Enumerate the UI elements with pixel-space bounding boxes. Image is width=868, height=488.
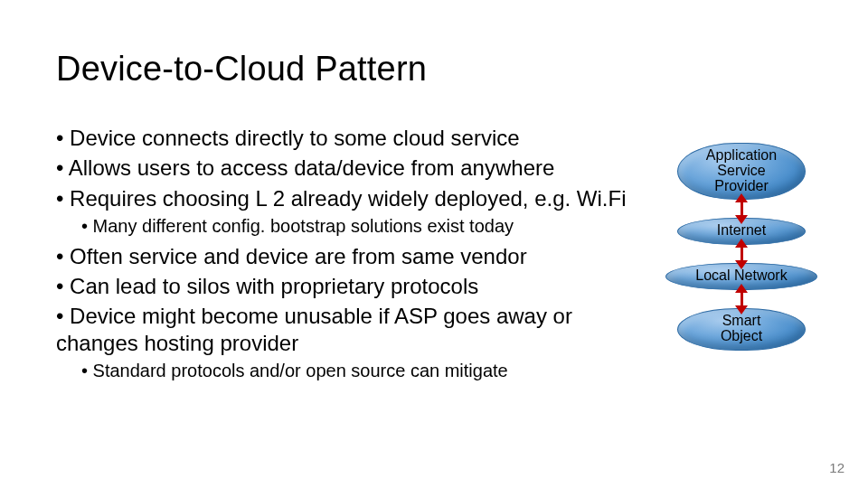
bullet-2: • Allows users to access data/device fro… — [56, 155, 653, 181]
node-smart-object-line1: Smart — [685, 314, 797, 329]
bullet-3-text: Requires choosing L 2 already widely dep… — [70, 186, 626, 211]
bullet-1-text: Device connects directly to some cloud s… — [70, 126, 520, 150]
node-asp-line2: Service — [685, 164, 797, 179]
double-arrow-icon — [732, 285, 750, 314]
architecture-diagram: Application Service Provider Internet Lo… — [660, 143, 823, 351]
bullet-3a: • Many different config. bootstrap solut… — [81, 215, 653, 238]
bullet-2-text: Allows users to access data/device from … — [69, 155, 555, 180]
node-asp-line1: Application — [685, 148, 797, 164]
bullet-4: • Often service and device are from same… — [56, 243, 653, 269]
node-application-service-provider: Application Service Provider — [677, 143, 806, 200]
bullet-5-text: Can lead to silos with proprietary proto… — [70, 274, 478, 298]
slide-title: Device-to-Cloud Pattern — [56, 50, 427, 89]
bullet-6-text: Device might become unusable if ASP goes… — [56, 304, 572, 354]
slide: Device-to-Cloud Pattern • Device connect… — [0, 0, 868, 488]
bullet-6a-text: Standard protocols and/or open source ca… — [93, 361, 508, 380]
arrow-local-smart — [660, 290, 823, 308]
node-local-network-text: Local Network — [674, 268, 809, 284]
bullet-6: • Device might become unusable if ASP go… — [56, 303, 653, 356]
double-arrow-icon — [732, 194, 750, 223]
arrow-asp-internet — [660, 200, 823, 218]
bullet-5: • Can lead to silos with proprietary pro… — [56, 273, 653, 299]
slide-body: • Device connects directly to some cloud… — [56, 125, 653, 388]
node-internet-text: Internet — [685, 223, 797, 239]
bullet-1: • Device connects directly to some cloud… — [56, 125, 653, 151]
node-asp-line3: Provider — [685, 179, 797, 194]
node-smart-object-line2: Object — [685, 329, 797, 344]
bullet-3: • Requires choosing L 2 already widely d… — [56, 185, 653, 211]
bullet-4-text: Often service and device are from same v… — [70, 244, 527, 268]
bullet-3a-text: Many different config. bootstrap solutio… — [93, 216, 514, 236]
bullet-6a: • Standard protocols and/or open source … — [81, 360, 653, 382]
arrow-internet-local — [660, 245, 823, 263]
double-arrow-icon — [732, 239, 750, 268]
slide-number: 12 — [829, 460, 844, 475]
